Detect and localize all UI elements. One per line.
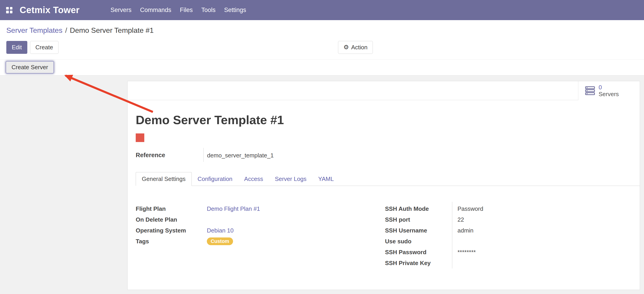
field-row-ssh-private-key: SSH Private Key — [385, 258, 611, 268]
stat-text: 0 Servers — [598, 84, 619, 97]
field-row-use-sudo: Use sudo — [385, 236, 611, 247]
breadcrumb-current: Demo Server Template #1 — [70, 26, 154, 34]
tab-server-logs[interactable]: Server Logs — [269, 172, 312, 186]
field-label: On Delete Plan — [136, 214, 207, 225]
button-box: 0 Servers — [128, 81, 640, 100]
notebook-tabs: General Settings Configuration Access Se… — [136, 172, 640, 186]
menu-settings[interactable]: Settings — [220, 7, 250, 14]
menu-tools[interactable]: Tools — [197, 7, 220, 14]
menu-commands[interactable]: Commands — [136, 7, 176, 14]
field-row-tags: Tags Custom — [136, 236, 366, 247]
app-brand[interactable]: Cetmix Tower — [20, 5, 80, 15]
ssh-username-value: admin — [452, 225, 474, 236]
tab-configuration[interactable]: Configuration — [192, 172, 238, 186]
breadcrumb-separator: / — [65, 26, 67, 34]
record-color-swatch — [136, 133, 144, 142]
ssh-auth-mode-value: Password — [452, 203, 483, 214]
field-label: Flight Plan — [136, 203, 207, 214]
field-label: SSH Username — [385, 225, 452, 236]
stat-count: 0 — [598, 84, 619, 91]
field-row-operating-system: Operating System Debian 10 — [136, 225, 366, 236]
field-label: Use sudo — [385, 236, 452, 247]
top-navbar: Cetmix Tower Servers Commands Files Tool… — [0, 0, 644, 20]
field-group-right: SSH Auth Mode Password SSH port 22 SSH U… — [385, 203, 611, 268]
field-label: SSH Auth Mode — [385, 203, 452, 214]
servers-icon — [585, 86, 595, 96]
field-group-left: Flight Plan Demo Flight Plan #1 On Delet… — [136, 203, 366, 247]
stat-label: Servers — [598, 91, 619, 97]
field-label: Tags — [136, 236, 207, 247]
menu-servers[interactable]: Servers — [106, 7, 136, 14]
apps-menu-icon[interactable] — [6, 7, 12, 13]
field-row-on-delete-plan: On Delete Plan — [136, 214, 366, 225]
tab-yaml[interactable]: YAML — [312, 172, 340, 186]
field-row-ssh-password: SSH Password ******** — [385, 247, 611, 258]
main-menu: Servers Commands Files Tools Settings — [106, 7, 250, 14]
field-row-ssh-auth-mode: SSH Auth Mode Password — [385, 203, 611, 214]
use-sudo-value — [452, 236, 458, 247]
flight-plan-link[interactable]: Demo Flight Plan #1 — [207, 203, 260, 214]
tab-general-settings[interactable]: General Settings — [136, 172, 192, 186]
field-row-ssh-username: SSH Username admin — [385, 225, 611, 236]
field-label: SSH Private Key — [385, 258, 452, 268]
tag-badge: Custom — [207, 237, 233, 245]
edit-button[interactable]: Edit — [6, 41, 27, 54]
operating-system-link[interactable]: Debian 10 — [207, 225, 234, 236]
ssh-password-value: ******** — [452, 247, 476, 258]
reference-label: Reference — [136, 152, 165, 159]
form-header-buttons: Edit Create — [6, 41, 58, 54]
gear-icon: ⚙ — [344, 44, 349, 50]
field-label: SSH port — [385, 214, 452, 225]
create-button[interactable]: Create — [30, 41, 58, 54]
ssh-port-value: 22 — [452, 214, 464, 225]
form-sheet: 0 Servers Demo Server Template #1 Refere… — [127, 81, 640, 290]
menu-files[interactable]: Files — [176, 7, 197, 14]
field-row-flight-plan: Flight Plan Demo Flight Plan #1 — [136, 203, 366, 214]
action-menu-label: Action — [351, 44, 368, 51]
divider — [204, 148, 204, 162]
breadcrumb-parent-link[interactable]: Server Templates — [6, 26, 62, 34]
record-title: Demo Server Template #1 — [136, 113, 284, 127]
servers-stat-button[interactable]: 0 Servers — [578, 81, 640, 100]
breadcrumb: Server Templates/Demo Server Template #1 — [6, 26, 154, 35]
field-row-ssh-port: SSH port 22 — [385, 214, 611, 225]
create-server-button[interactable]: Create Server — [6, 61, 54, 74]
action-menu-button[interactable]: ⚙ Action — [338, 41, 373, 54]
reference-value: demo_server_template_1 — [207, 152, 274, 159]
field-label: Operating System — [136, 225, 207, 236]
field-label: SSH Password — [385, 247, 452, 258]
ssh-private-key-value — [452, 258, 458, 268]
tab-access[interactable]: Access — [238, 172, 269, 186]
